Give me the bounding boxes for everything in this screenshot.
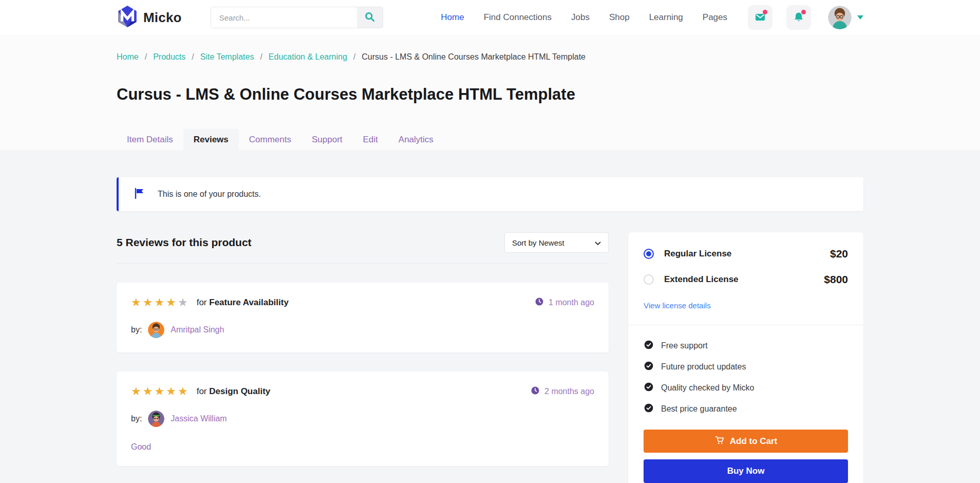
review-timestamp: 2 months ago <box>531 386 594 397</box>
owner-notice-text: This is one of your products. <box>158 190 261 199</box>
radio-extended-license[interactable] <box>644 274 654 285</box>
check-circle-icon <box>644 361 654 373</box>
feature-item: Future product updates <box>644 361 848 373</box>
cart-icon <box>714 435 725 448</box>
breadcrumb-home[interactable]: Home <box>117 52 139 62</box>
reviewer-avatar[interactable] <box>148 322 164 338</box>
review-card: ★★★★★ for Design Quality 2 months ago <box>117 371 609 466</box>
search-button[interactable] <box>357 7 383 28</box>
messages-button[interactable] <box>748 5 772 30</box>
page-title: Cursus - LMS & Online Courses Marketplac… <box>117 84 863 105</box>
micko-logo-icon <box>117 5 138 30</box>
flag-icon <box>134 188 144 201</box>
feature-item: Free support <box>644 340 848 352</box>
license-sidebar: Regular License $20 Extended License $80… <box>628 232 863 483</box>
breadcrumb: Home / Products / Site Templates / Educa… <box>117 52 863 62</box>
license-option-regular[interactable]: Regular License $20 <box>644 248 848 260</box>
user-avatar <box>828 6 852 29</box>
breadcrumb-products[interactable]: Products <box>153 52 185 62</box>
feature-item: Quality checked by Micko <box>644 382 848 394</box>
breadcrumb-separator: / <box>192 52 194 62</box>
messages-badge <box>763 10 767 14</box>
breadcrumb-education-learning[interactable]: Education & Learning <box>269 52 347 62</box>
search-icon <box>364 11 375 24</box>
buy-now-button[interactable]: Buy Now <box>644 459 848 483</box>
sort-dropdown[interactable]: Sort by Newest <box>504 232 609 253</box>
search-bar <box>211 7 383 28</box>
reviews-heading: 5 Reviews for this product <box>117 236 252 249</box>
reviewer-name-link[interactable]: Amritpal Singh <box>171 325 224 335</box>
license-price: $800 <box>824 273 848 286</box>
brand-name: Micko <box>143 10 182 26</box>
star-rating: ★★★★★ <box>131 297 190 308</box>
reviews-column: 5 Reviews for this product Sort by Newes… <box>117 232 609 466</box>
search-input[interactable] <box>211 7 357 28</box>
breadcrumb-separator: / <box>145 52 147 62</box>
license-option-extended[interactable]: Extended License $800 <box>644 273 848 286</box>
tab-comments[interactable]: Comments <box>239 129 301 150</box>
breadcrumb-current: Cursus - LMS & Online Courses Marketplac… <box>362 52 586 62</box>
tab-item-details[interactable]: Item Details <box>117 129 183 150</box>
breadcrumb-site-templates[interactable]: Site Templates <box>200 52 254 62</box>
license-price: $20 <box>830 248 848 260</box>
nav-item-find-connections[interactable]: Find Connections <box>484 12 552 23</box>
select-chevron-icon <box>595 238 601 247</box>
tab-edit[interactable]: Edit <box>353 129 388 150</box>
user-menu[interactable] <box>828 6 863 29</box>
review-category: for Feature Availability <box>197 298 289 308</box>
review-category: for Design Quality <box>197 386 271 397</box>
reviewer-name-link[interactable]: Jassica William <box>171 414 227 423</box>
by-label: by: <box>131 325 142 335</box>
license-name: Extended License <box>664 274 739 285</box>
reviews-divider <box>117 263 609 264</box>
page-head-section: Home / Products / Site Templates / Educa… <box>0 35 980 150</box>
review-timestamp: 1 month ago <box>535 297 594 308</box>
review-comment: Good <box>131 442 594 452</box>
check-circle-icon <box>644 340 654 352</box>
nav-item-learning[interactable]: Learning <box>649 12 683 23</box>
tab-analytics[interactable]: Analytics <box>388 129 444 150</box>
top-header: Micko Home Find Connections Jobs Shop Le… <box>0 0 980 35</box>
star-rating: ★★★★★ <box>131 386 190 397</box>
main-nav: Home Find Connections Jobs Shop Learning… <box>441 12 727 23</box>
check-circle-icon <box>644 382 654 394</box>
owner-notice-banner: This is one of your products. <box>117 177 863 211</box>
notifications-badge <box>801 10 806 14</box>
nav-item-pages[interactable]: Pages <box>703 12 727 23</box>
header-icons <box>748 5 863 30</box>
main-content: This is one of your products. 5 Reviews … <box>0 150 980 483</box>
review-card: ★★★★★ for Feature Availability 1 month a… <box>117 283 609 352</box>
add-to-cart-button[interactable]: Add to Cart <box>644 430 848 453</box>
clock-icon <box>535 297 544 308</box>
product-tabs: Item Details Reviews Comments Support Ed… <box>117 129 863 150</box>
sidebar-divider <box>628 325 863 325</box>
nav-item-home[interactable]: Home <box>441 12 464 23</box>
brand-logo[interactable]: Micko <box>117 5 182 30</box>
by-label: by: <box>131 414 142 423</box>
nav-item-jobs[interactable]: Jobs <box>571 12 590 23</box>
nav-item-shop[interactable]: Shop <box>609 12 630 23</box>
chevron-down-icon <box>857 15 863 20</box>
check-circle-icon <box>644 403 654 415</box>
sort-selected-value: Sort by Newest <box>512 238 564 247</box>
reviewer-avatar[interactable] <box>148 411 164 427</box>
radio-regular-license[interactable] <box>644 249 654 259</box>
breadcrumb-separator: / <box>353 52 355 62</box>
notifications-button[interactable] <box>786 5 811 30</box>
breadcrumb-separator: / <box>260 52 262 62</box>
tab-reviews[interactable]: Reviews <box>183 129 239 150</box>
clock-icon <box>531 386 540 397</box>
feature-item: Best price guarantee <box>644 403 848 415</box>
license-name: Regular License <box>664 249 731 259</box>
view-license-details-link[interactable]: View license details <box>644 301 711 310</box>
tab-support[interactable]: Support <box>301 129 353 150</box>
